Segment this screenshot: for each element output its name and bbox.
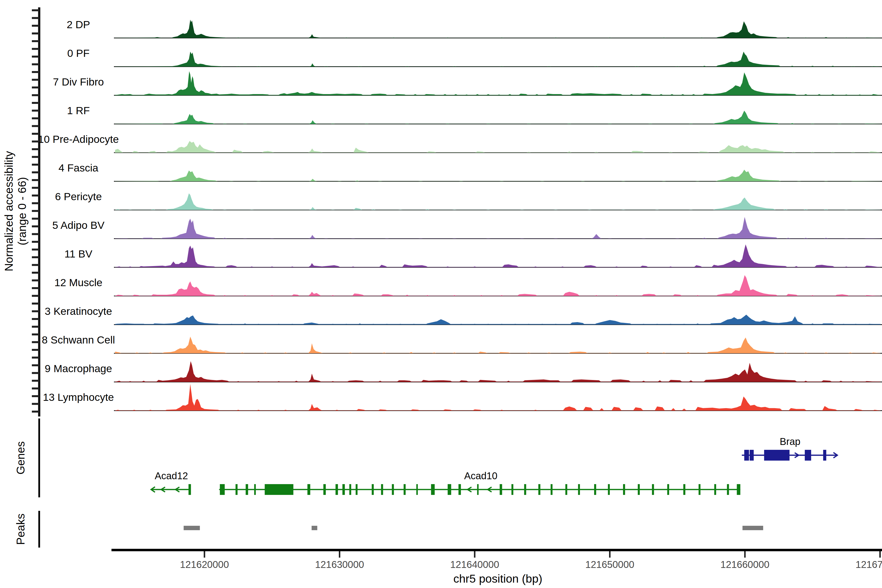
figure-container: Normalized accessibility (range 0 - 66) …	[0, 0, 882, 588]
gene-exon	[737, 484, 740, 495]
track-label: 0 PF	[68, 47, 90, 59]
track-label: 1 RF	[67, 105, 90, 116]
x-axis-tick-label: 121660000	[720, 559, 769, 570]
gene-exon	[594, 484, 596, 495]
gene-exon	[623, 484, 625, 495]
signal-area	[115, 275, 882, 296]
track-label: 10 Pre-Adipocyte	[38, 133, 119, 145]
signal-area	[115, 71, 882, 95]
gene: Acad10	[220, 470, 740, 495]
x-axis-tick-label: 121650000	[585, 559, 634, 570]
signal-area	[115, 337, 882, 353]
gene-exon	[744, 450, 749, 460]
track-label: 9 Macrophage	[45, 363, 112, 374]
track-label: 12 Muscle	[54, 277, 102, 288]
gene-exon	[381, 484, 383, 495]
gene-name-label: Brap	[780, 436, 800, 447]
signal-area	[115, 52, 882, 67]
signal-area	[115, 111, 882, 124]
track-label: 7 Div Fibro	[53, 76, 104, 88]
x-axis-tick-label: 121670000	[855, 559, 882, 570]
gene-exon	[524, 484, 526, 495]
gene-exon	[188, 484, 191, 495]
track-label: 8 Schwann Cell	[42, 334, 115, 346]
signal-track-row: 7 Div Fibro	[53, 71, 882, 95]
signal-track-row: 11 BV	[64, 244, 882, 267]
signal-area	[115, 361, 882, 382]
gene-exon	[699, 484, 700, 495]
gene-exon	[578, 484, 580, 495]
gene-name-label: Acad12	[155, 470, 188, 481]
signal-track-row: 8 Schwann Cell	[42, 334, 882, 353]
gene-exon	[667, 484, 669, 495]
signal-track-row: 1 RF	[67, 105, 882, 124]
gene-exon	[356, 484, 358, 495]
signal-area	[115, 384, 882, 411]
signal-track-row: 5 Adipo BV	[52, 217, 882, 238]
signal-track-row: 2 DP	[67, 19, 882, 38]
gene-exon	[372, 484, 374, 495]
x-axis-title: chr5 position (bp)	[453, 572, 542, 585]
gene-exon	[638, 484, 640, 495]
gene-exon	[236, 484, 237, 495]
signal-area	[115, 141, 882, 153]
genes-section-label: Genes	[14, 441, 27, 475]
tracks-y-axis	[32, 8, 39, 417]
y-axis-title-line2: (range 0 - 66)	[16, 177, 28, 246]
signal-track-row: 4 Fascia	[58, 162, 882, 181]
signal-track-row: 10 Pre-Adipocyte	[38, 133, 882, 153]
signal-track-row: 3 Keratinocyte	[45, 305, 882, 325]
gene-exon	[750, 450, 754, 460]
track-label: 5 Adipo BV	[52, 219, 105, 231]
signal-track-row: 13 Lymphocyte	[43, 384, 882, 411]
gene-exon	[805, 450, 811, 460]
peaks-track	[184, 526, 763, 530]
x-axis-tick-label: 121620000	[180, 559, 229, 570]
x-axis-tick-label: 121630000	[315, 559, 364, 570]
signal-track-row: 6 Pericyte	[55, 190, 882, 210]
gene-exon	[566, 484, 567, 495]
track-label: 11 BV	[64, 248, 92, 260]
gene-exon	[608, 484, 610, 495]
gene-exon	[404, 484, 405, 495]
gene-exon	[448, 484, 451, 495]
signal-area	[115, 20, 882, 38]
track-label: 13 Lymphocyte	[43, 391, 114, 403]
signal-tracks: 2 DP0 PF7 Div Fibro1 RF10 Pre-Adipocyte4…	[38, 19, 882, 411]
genome-browser-figure: Normalized accessibility (range 0 - 66) …	[0, 0, 882, 588]
signal-area	[115, 217, 882, 238]
signal-area	[115, 244, 882, 267]
peak-box	[312, 526, 317, 530]
gene-exon	[652, 484, 654, 495]
gene-exon	[538, 484, 540, 495]
gene-exon	[350, 484, 351, 495]
signal-track-row: 9 Macrophage	[45, 361, 882, 382]
signal-area	[115, 170, 882, 181]
peaks-section-label: Peaks	[14, 513, 27, 545]
gene-exon	[392, 484, 394, 495]
y-axis-title-line1: Normalized accessibility	[3, 151, 15, 272]
gene-exon	[512, 484, 513, 495]
gene-name-label: Acad10	[464, 470, 497, 481]
gene-exon	[500, 484, 502, 495]
x-axis: 1216200001216300001216400001216500001216…	[111, 550, 882, 570]
gene-exon	[550, 484, 552, 495]
gene-exon	[764, 450, 790, 460]
signal-track-row: 0 PF	[68, 47, 882, 67]
gene-exon	[458, 484, 461, 495]
gene: Acad12	[151, 470, 191, 495]
track-label: 6 Pericyte	[55, 190, 102, 202]
gene-exon	[265, 484, 293, 495]
peak-box	[742, 526, 763, 530]
track-label: 4 Fascia	[58, 162, 99, 174]
gene-exon	[416, 484, 418, 495]
gene-exon	[246, 484, 248, 495]
signal-area	[115, 315, 882, 325]
track-label: 2 DP	[67, 19, 90, 30]
gene-exon	[727, 484, 729, 495]
gene-exon	[477, 484, 478, 495]
gene-exon	[342, 484, 345, 495]
x-axis-tick-label: 121640000	[450, 559, 499, 570]
gene-exon	[714, 484, 716, 495]
track-label: 3 Keratinocyte	[45, 305, 112, 317]
